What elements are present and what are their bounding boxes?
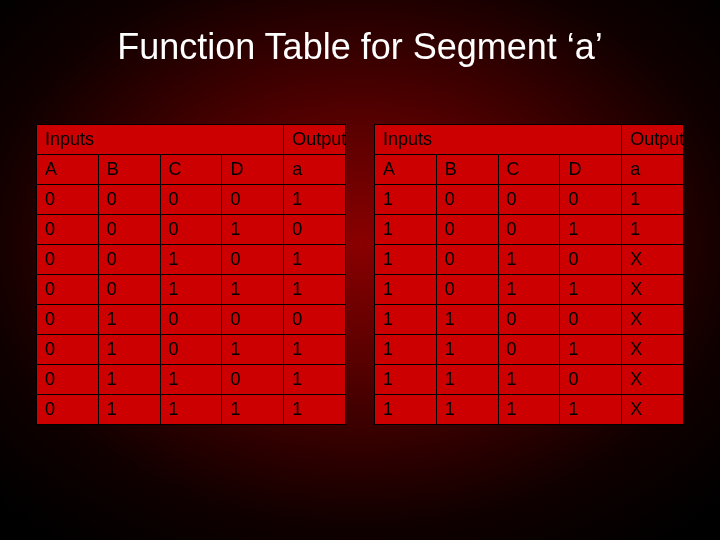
col-header: B [98, 155, 160, 185]
cell: 1 [375, 395, 437, 425]
cell: 0 [498, 185, 560, 215]
cell: 0 [37, 275, 99, 305]
cell: 1 [375, 185, 437, 215]
cell: 0 [37, 185, 99, 215]
group-header-row: Inputs Output [37, 125, 346, 155]
table-row: 1100X [375, 305, 684, 335]
cell: X [622, 275, 684, 305]
cell: 1 [375, 275, 437, 305]
cell: 1 [284, 275, 346, 305]
table-row: 01000 [37, 305, 346, 335]
cell: 0 [160, 215, 222, 245]
cell: 0 [498, 215, 560, 245]
table-row: 1011X [375, 275, 684, 305]
table-row: 1010X [375, 245, 684, 275]
cell: 0 [498, 335, 560, 365]
cell: 1 [98, 365, 160, 395]
col-header: a [284, 155, 346, 185]
inputs-group-label: Inputs [37, 125, 284, 155]
cell: 0 [37, 395, 99, 425]
table-row: 00101 [37, 245, 346, 275]
cell: 1 [498, 245, 560, 275]
cell: 0 [222, 305, 284, 335]
cell: 1 [160, 365, 222, 395]
cell: 0 [436, 185, 498, 215]
cell: 0 [284, 215, 346, 245]
cell: 0 [160, 185, 222, 215]
cell: 1 [436, 335, 498, 365]
table-row: 00001 [37, 185, 346, 215]
cell: X [622, 365, 684, 395]
cell: 1 [160, 395, 222, 425]
col-header: A [37, 155, 99, 185]
cell: 1 [375, 335, 437, 365]
cell: 0 [37, 305, 99, 335]
table-row: 01111 [37, 395, 346, 425]
col-header: a [622, 155, 684, 185]
cell: X [622, 395, 684, 425]
cell: 1 [560, 215, 622, 245]
cell: 0 [560, 305, 622, 335]
col-header: D [222, 155, 284, 185]
cell: 1 [375, 305, 437, 335]
col-header: C [498, 155, 560, 185]
cell: 1 [560, 395, 622, 425]
table-row: 00010 [37, 215, 346, 245]
cell: 1 [375, 215, 437, 245]
cell: 1 [98, 395, 160, 425]
slide-title: Function Table for Segment ‘a’ [36, 26, 684, 68]
col-header: B [436, 155, 498, 185]
cell: X [622, 245, 684, 275]
cell: 0 [37, 335, 99, 365]
group-header-row: Inputs Output [375, 125, 684, 155]
cell: 0 [37, 365, 99, 395]
col-header: C [160, 155, 222, 185]
cell: 0 [436, 245, 498, 275]
right-table: Inputs Output A B C D a 10001 10011 1010… [374, 124, 684, 425]
cell: 1 [222, 215, 284, 245]
cell: 1 [222, 395, 284, 425]
cell: 1 [560, 335, 622, 365]
cell: 1 [284, 335, 346, 365]
table-row: 01101 [37, 365, 346, 395]
cell: 0 [498, 305, 560, 335]
table-row: 10011 [375, 215, 684, 245]
cell: 0 [98, 275, 160, 305]
cell: 1 [436, 395, 498, 425]
cell: 0 [222, 365, 284, 395]
cell: 1 [622, 215, 684, 245]
cell: 1 [498, 275, 560, 305]
cell: 0 [98, 185, 160, 215]
table-row: 10001 [375, 185, 684, 215]
cell: 1 [98, 335, 160, 365]
cell: 1 [160, 275, 222, 305]
cell: 1 [284, 395, 346, 425]
cell: 1 [160, 245, 222, 275]
cell: 0 [160, 305, 222, 335]
table-row: 1111X [375, 395, 684, 425]
slide: Function Table for Segment ‘a’ Inputs Ou… [0, 0, 720, 540]
table-row: 01011 [37, 335, 346, 365]
cell: 0 [436, 215, 498, 245]
cell: 0 [160, 335, 222, 365]
output-group-label: Output [284, 125, 346, 155]
cell: 1 [436, 365, 498, 395]
cell: 0 [98, 215, 160, 245]
table-row: 00111 [37, 275, 346, 305]
cell: 1 [560, 275, 622, 305]
col-header: A [375, 155, 437, 185]
table-row: 1110X [375, 365, 684, 395]
cell: 1 [375, 365, 437, 395]
cell: 0 [222, 185, 284, 215]
cell: 1 [222, 275, 284, 305]
cell: 1 [436, 305, 498, 335]
column-header-row: A B C D a [375, 155, 684, 185]
cell: 0 [560, 245, 622, 275]
cell: 1 [622, 185, 684, 215]
table-row: 1101X [375, 335, 684, 365]
inputs-group-label: Inputs [375, 125, 622, 155]
cell: X [622, 305, 684, 335]
cell: 1 [498, 395, 560, 425]
cell: 1 [284, 245, 346, 275]
cell: 1 [375, 245, 437, 275]
